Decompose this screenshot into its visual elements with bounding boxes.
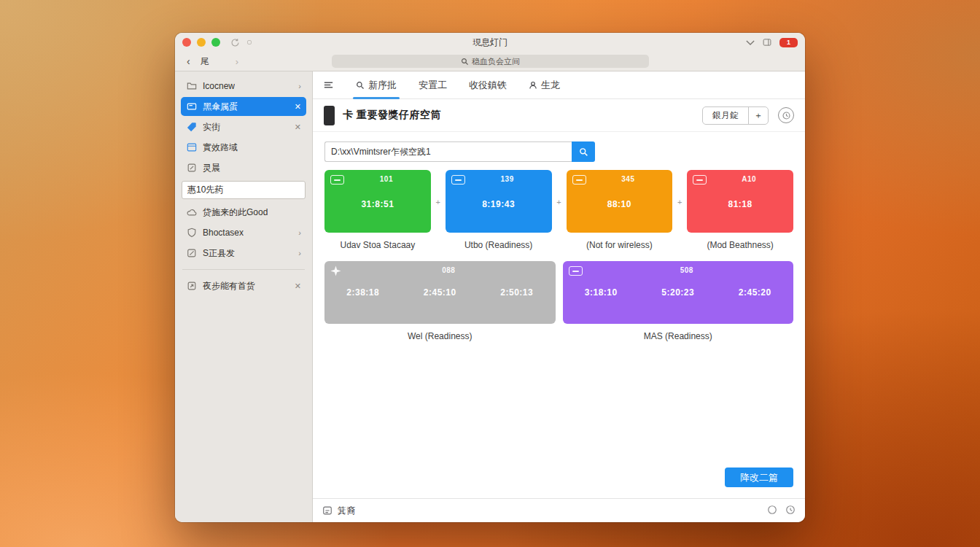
card-caption: Wel (Readiness) xyxy=(324,331,556,341)
search-button[interactable] xyxy=(572,141,595,162)
close-icon[interactable]: ✕ xyxy=(295,123,301,132)
stage-card-purple[interactable]: 508 3:18:10 5:20:23 2:45:20 xyxy=(563,261,794,324)
tab-4[interactable]: 生龙 xyxy=(529,71,560,99)
titlebar-right: 1 xyxy=(746,38,798,47)
sidebar-item-window[interactable]: 實效路域 xyxy=(181,138,306,157)
chevron-right-icon[interactable]: › xyxy=(298,249,301,257)
cloud-icon xyxy=(186,206,198,218)
sync-clock-icon[interactable] xyxy=(785,505,796,517)
forward-chevron-icon[interactable]: › xyxy=(236,56,238,67)
card-column: 101 31:8:51 Udav Stoa Stacaay xyxy=(324,170,431,250)
card-caption: Udav Stoa Stacaay xyxy=(324,240,431,250)
sidebar-item-square[interactable]: 灵晨 xyxy=(181,158,306,177)
close-window-button[interactable] xyxy=(182,38,191,47)
card-top-value: 101 xyxy=(342,175,431,183)
card-column: A10 81:18 (Mod Beathness) xyxy=(687,170,793,250)
sidebar-item-cloud[interactable]: 贷施来的此Good xyxy=(181,203,306,222)
card-values: 3:18:10 5:20:23 2:45:20 xyxy=(563,287,794,298)
history-icon[interactable] xyxy=(230,38,240,47)
star-icon xyxy=(330,265,341,276)
sidebar-item-folder[interactable]: Icocnew › xyxy=(181,77,306,96)
stage-separator: + xyxy=(555,198,564,206)
card-caption: (Mod Beathness) xyxy=(687,240,793,250)
toolbar-back-label[interactable]: 尾 xyxy=(201,55,209,68)
chevron-right-icon[interactable]: › xyxy=(298,82,301,90)
card-column: 139 8:19:43 Utbo (Readiness) xyxy=(446,170,552,250)
sidebar-rename-input[interactable] xyxy=(182,181,306,199)
path-input[interactable] xyxy=(324,141,572,162)
menu-icon[interactable] xyxy=(323,79,334,90)
sidebar-item-export[interactable]: 夜步能有首货 ✕ xyxy=(181,276,306,295)
dot-icon xyxy=(247,40,252,44)
app-window: 現息灯门 1 ‹ 尾 › 稳血负会立间 Icocnew › xyxy=(175,33,805,522)
stage-card-orange[interactable]: 345 88:10 xyxy=(567,170,673,233)
minimize-window-button[interactable] xyxy=(197,38,206,47)
card-caption: MAS (Readiness) xyxy=(563,331,794,341)
global-search-field[interactable]: 稳血负会立间 xyxy=(332,55,649,68)
titlebar: 現息灯门 1 xyxy=(175,33,805,52)
stage-card-green[interactable]: 101 31:8:51 xyxy=(324,170,431,233)
chevron-down-icon[interactable] xyxy=(746,39,755,46)
window-icon xyxy=(186,141,198,153)
export-icon xyxy=(186,280,198,292)
window-title: 現息灯门 xyxy=(175,36,805,49)
tab-2[interactable]: 安置工 xyxy=(419,71,447,99)
card-value: 81:18 xyxy=(687,199,793,209)
card-value: 2:45:10 xyxy=(424,287,456,298)
panel-icon[interactable] xyxy=(763,38,771,47)
header-row: 卡 重要發獎仔府空筒 銀月錠 ＋ xyxy=(313,99,805,132)
search-icon xyxy=(461,58,469,66)
status-label: 箕裔 xyxy=(338,505,355,517)
dropdown-plus-button[interactable]: ＋ xyxy=(748,107,768,124)
tab-label: 安置工 xyxy=(419,79,447,92)
card-value: 2:50:13 xyxy=(500,287,533,298)
status-bar: 箕裔 xyxy=(313,498,805,522)
zoom-window-button[interactable] xyxy=(211,38,220,47)
close-icon[interactable]: ✕ xyxy=(295,282,301,291)
phone-icon xyxy=(324,106,335,125)
tab-1[interactable]: 新序批 xyxy=(356,71,397,99)
notification-badge[interactable]: 1 xyxy=(779,38,798,47)
sidebar-item-label: 黑傘属蛋 xyxy=(203,101,238,113)
sidebar-item-label: Bhoctasex xyxy=(203,228,244,238)
circle-icon[interactable] xyxy=(767,505,777,517)
back-chevron-icon[interactable]: ‹ xyxy=(187,56,190,66)
card-value: 88:10 xyxy=(567,199,673,209)
search-icon xyxy=(356,81,365,90)
sidebar-item-shield[interactable]: Bhoctasex › xyxy=(181,223,306,242)
card-value: 5:20:23 xyxy=(661,287,694,298)
sidebar-item-label: 夜步能有首货 xyxy=(203,280,255,292)
note-icon[interactable] xyxy=(322,505,332,516)
header-actions: 銀月錠 ＋ xyxy=(702,106,794,125)
main-panel: 新序批 安置工 收役鎮铁 生龙 卡 重要發獎仔府空筒 xyxy=(313,71,805,522)
card-values: 2:38:18 2:45:10 2:50:13 xyxy=(324,287,556,298)
sidebar: Icocnew › 黑傘属蛋 ✕ 实街 ✕ 實效路域 xyxy=(175,71,313,522)
square-icon xyxy=(186,162,198,174)
card-top-value: 345 xyxy=(584,175,673,183)
stage-card-blue[interactable]: 139 8:19:43 xyxy=(446,170,552,233)
card-column: 345 88:10 (Not for wireless) xyxy=(567,170,673,250)
history-clock-button[interactable] xyxy=(778,107,794,123)
card-top-value: 088 xyxy=(342,266,556,274)
sidebar-item-tag[interactable]: 实街 ✕ xyxy=(181,117,306,136)
clock-icon xyxy=(782,111,791,120)
stage-separator: + xyxy=(675,198,684,206)
card-caption: Utbo (Readiness) xyxy=(446,240,552,250)
stage-separator: + xyxy=(434,198,443,206)
tab-label: 生龙 xyxy=(541,79,560,92)
sidebar-item-compose[interactable]: S正县发 › xyxy=(181,244,306,263)
search-icon xyxy=(579,147,588,157)
close-icon[interactable]: ✕ xyxy=(295,102,301,112)
stage-card-gray[interactable]: 088 2:38:18 2:45:10 2:50:13 xyxy=(324,261,556,324)
chevron-right-icon[interactable]: › xyxy=(298,228,301,237)
sidebar-item-label: 灵晨 xyxy=(203,162,220,174)
sidebar-item-selected[interactable]: 黑傘属蛋 ✕ xyxy=(181,97,306,116)
person-icon xyxy=(529,81,537,90)
primary-action-button[interactable]: 降改二篇 xyxy=(725,468,793,487)
stage-card-red[interactable]: A10 81:18 xyxy=(687,170,793,233)
cards-row-1: 101 31:8:51 Udav Stoa Stacaay + 139 8:19… xyxy=(324,170,793,250)
tab-3[interactable]: 收役鎮铁 xyxy=(469,71,507,99)
card-top-value: 139 xyxy=(463,175,552,183)
dropdown-button[interactable]: 銀月錠 xyxy=(703,107,748,124)
card-value: 8:19:43 xyxy=(446,199,552,209)
